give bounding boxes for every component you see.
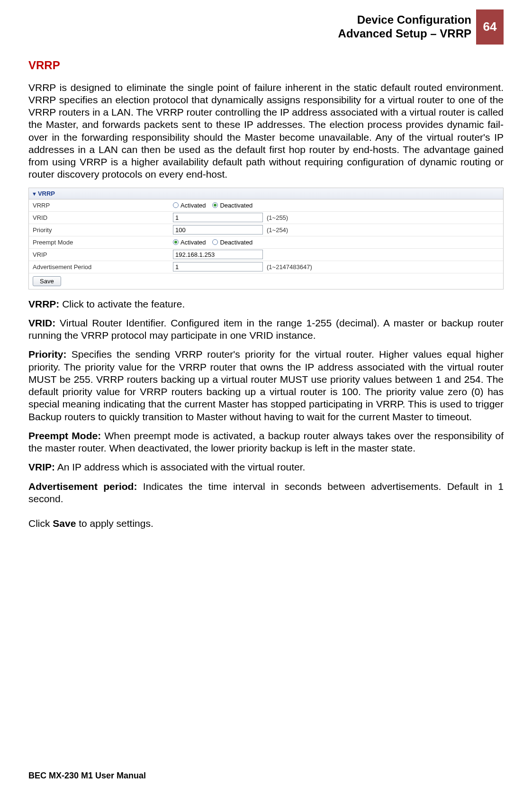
desc-advperiod-label: Advertisement period: [28,481,137,492]
vrrp-deactivated-label: Deactivated [220,202,252,209]
footer-text: BEC MX-230 M1 User Manual [28,771,146,781]
desc-vrid: VRID: Virtual Router Identifier. Configu… [28,317,504,342]
desc-vrip: VRIP: An IP address which is associated … [28,461,504,473]
caret-down-icon: ▼ [32,191,37,197]
desc-priority: Priority: Specifies the sending VRRP rou… [28,348,504,423]
row-vrrp: VRRP Activated Deactivated [29,199,503,212]
label-vrip: VRIP [29,249,171,260]
label-vrrp: VRRP [29,200,171,211]
desc-vrrp: VRRP: Click to activate the feature. [28,298,504,310]
save-row: Save [29,273,503,289]
page-header: Device Configuration Advanced Setup – VR… [28,9,504,45]
label-priority: Priority [29,225,171,235]
priority-range: (1~254) [267,226,288,234]
intro-paragraph: VRRP is designed to eliminate the single… [28,81,504,181]
click-save-line: Click Save to apply settings. [28,517,504,530]
click-suffix: to apply settings. [76,518,153,529]
header-title-block: Device Configuration Advanced Setup – VR… [338,9,476,45]
click-prefix: Click [28,518,53,529]
row-vrid: VRID (1~255) [29,212,503,224]
vrrp-config-panel: ▼VRRP VRRP Activated Deactivated VRID (1… [28,188,504,289]
panel-header: ▼VRRP [29,188,503,199]
panel-title: VRRP [38,190,55,197]
row-advperiod: Advertisement Period (1~2147483647) [29,261,503,273]
desc-advperiod: Advertisement period: Indicates the time… [28,480,504,506]
radio-icon [173,202,179,208]
row-priority: Priority (1~254) [29,224,503,236]
desc-vrid-label: VRID: [28,317,55,328]
field-vrid: (1~255) [171,212,503,223]
desc-preempt-label: Preempt Mode: [28,430,101,441]
priority-input[interactable] [173,225,263,235]
vrrp-deactivated-radio[interactable]: Deactivated [212,202,252,209]
advperiod-range: (1~2147483647) [267,263,312,271]
desc-vrrp-label: VRRP: [28,298,59,309]
desc-vrip-text: An IP address which is associated with t… [55,461,305,472]
vrip-input[interactable] [173,250,263,259]
label-advperiod: Advertisement Period [29,262,171,272]
vrid-input[interactable] [173,213,263,222]
field-vrrp: Activated Deactivated [171,201,503,210]
preempt-deactivated-label: Deactivated [220,239,252,246]
save-button[interactable]: Save [33,276,61,286]
label-preempt: Preempt Mode [29,237,171,248]
field-advperiod: (1~2147483647) [171,261,503,272]
desc-vrrp-text: Click to activate the feature. [59,298,185,309]
radio-icon [212,202,218,208]
vrrp-activated-radio[interactable]: Activated [173,202,206,209]
field-priority: (1~254) [171,224,503,235]
radio-icon [212,239,218,245]
desc-priority-label: Priority: [28,349,67,360]
row-vrip: VRIP [29,249,503,261]
desc-preempt: Preempt Mode: When preempt mode is activ… [28,430,504,455]
click-save-bold: Save [53,518,76,529]
section-title: VRRP [28,59,504,72]
desc-vrid-text: Virtual Router Identifier. Configured it… [28,317,504,341]
desc-priority-text: Specifies the sending VRRP router's prio… [28,349,504,422]
header-line2: Advanced Setup – VRRP [338,27,471,41]
page-number-badge: 64 [476,9,504,45]
header-line1: Device Configuration [338,13,471,27]
radio-icon [173,239,179,245]
field-preempt: Activated Deactivated [171,238,503,247]
desc-vrip-label: VRIP: [28,461,55,472]
preempt-activated-label: Activated [180,239,206,246]
preempt-activated-radio[interactable]: Activated [173,239,206,246]
advperiod-input[interactable] [173,262,263,271]
label-vrid: VRID [29,212,171,223]
row-preempt: Preempt Mode Activated Deactivated [29,236,503,249]
vrid-range: (1~255) [267,214,288,221]
field-vrip [171,249,503,260]
preempt-deactivated-radio[interactable]: Deactivated [212,239,252,246]
vrrp-activated-label: Activated [180,202,206,209]
